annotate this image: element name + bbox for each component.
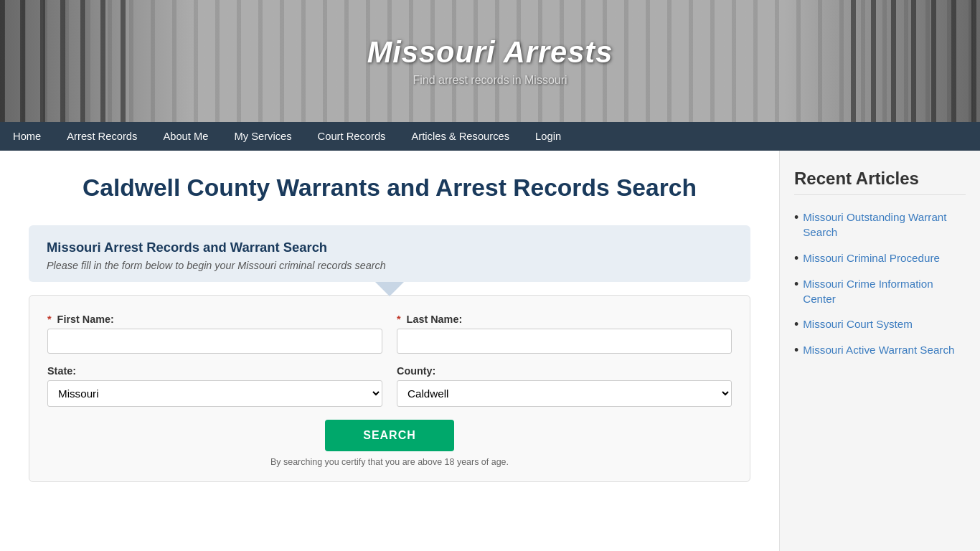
last-name-input[interactable] — [397, 329, 732, 354]
nav-home[interactable]: Home — [0, 122, 54, 151]
bullet-icon-4: • — [794, 343, 798, 358]
county-group: County: Caldwell — [397, 365, 732, 407]
county-select[interactable]: Caldwell — [397, 380, 732, 407]
sidebar-item-3: • Missouri Court System — [794, 316, 966, 332]
sidebar: Recent Articles • Missouri Outstanding W… — [779, 151, 980, 551]
bars-right — [851, 0, 980, 122]
nav-about-me[interactable]: About Me — [150, 122, 221, 151]
first-name-group: * First Name: — [47, 314, 382, 354]
nav-my-services[interactable]: My Services — [221, 122, 304, 151]
sidebar-link-2[interactable]: Missouri Crime Information Center — [803, 276, 966, 307]
sidebar-list: • Missouri Outstanding Warrant Search • … — [794, 209, 966, 358]
site-subtitle: Find arrest records in Missouri — [367, 74, 613, 87]
first-name-required: * — [47, 314, 52, 325]
last-name-required: * — [397, 314, 401, 325]
bullet-icon-0: • — [794, 210, 798, 225]
search-box-arrow — [29, 282, 750, 295]
sidebar-link-1[interactable]: Missouri Criminal Procedure — [803, 250, 940, 265]
sidebar-item-0: • Missouri Outstanding Warrant Search — [794, 209, 966, 240]
sidebar-link-3[interactable]: Missouri Court System — [803, 316, 913, 331]
main-wrapper: Caldwell County Warrants and Arrest Reco… — [0, 151, 980, 551]
last-name-label: * Last Name: — [397, 314, 732, 325]
nav-articles-resources[interactable]: Articles & Resources — [398, 122, 522, 151]
state-label: State: — [47, 365, 382, 377]
sidebar-link-0[interactable]: Missouri Outstanding Warrant Search — [803, 209, 966, 240]
nav-login[interactable]: Login — [522, 122, 574, 151]
page-title: Caldwell County Warrants and Arrest Reco… — [29, 172, 750, 204]
site-title: Missouri Arrests — [367, 35, 613, 70]
search-box-title: Missouri Arrest Records and Warrant Sear… — [47, 240, 732, 255]
county-label: County: — [397, 365, 732, 377]
main-nav: Home Arrest Records About Me My Services… — [0, 122, 980, 151]
sidebar-link-4[interactable]: Missouri Active Warrant Search — [803, 342, 954, 357]
search-section: Missouri Arrest Records and Warrant Sear… — [29, 225, 750, 482]
first-name-label: * First Name: — [47, 314, 382, 325]
bullet-icon-2: • — [794, 277, 798, 292]
search-info-box: Missouri Arrest Records and Warrant Sear… — [29, 225, 750, 282]
state-group: State: Missouri — [47, 365, 382, 407]
search-box-subtitle: Please fill in the form below to begin y… — [47, 260, 732, 271]
nav-arrest-records[interactable]: Arrest Records — [54, 122, 150, 151]
first-name-input[interactable] — [47, 329, 382, 354]
bullet-icon-1: • — [794, 251, 798, 266]
site-header: Missouri Arrests Find arrest records in … — [0, 0, 980, 122]
form-disclaimer: By searching you certify that you are ab… — [47, 457, 732, 467]
arrow-down-icon — [375, 282, 404, 296]
sidebar-item-1: • Missouri Criminal Procedure — [794, 250, 966, 266]
state-select[interactable]: Missouri — [47, 380, 382, 407]
sidebar-title: Recent Articles — [794, 169, 966, 195]
name-row: * First Name: * Last Name: — [47, 314, 732, 354]
sidebar-item-2: • Missouri Crime Information Center — [794, 276, 966, 307]
header-text: Missouri Arrests Find arrest records in … — [367, 35, 613, 87]
location-row: State: Missouri County: Caldwell — [47, 365, 732, 407]
sidebar-item-4: • Missouri Active Warrant Search — [794, 342, 966, 358]
nav-court-records[interactable]: Court Records — [305, 122, 399, 151]
bullet-icon-3: • — [794, 317, 798, 332]
search-form-area: * First Name: * Last Name: — [29, 295, 750, 482]
last-name-group: * Last Name: — [397, 314, 732, 354]
content-area: Caldwell County Warrants and Arrest Reco… — [0, 151, 779, 551]
search-button[interactable]: SEARCH — [325, 420, 454, 451]
bars-left — [0, 0, 129, 122]
